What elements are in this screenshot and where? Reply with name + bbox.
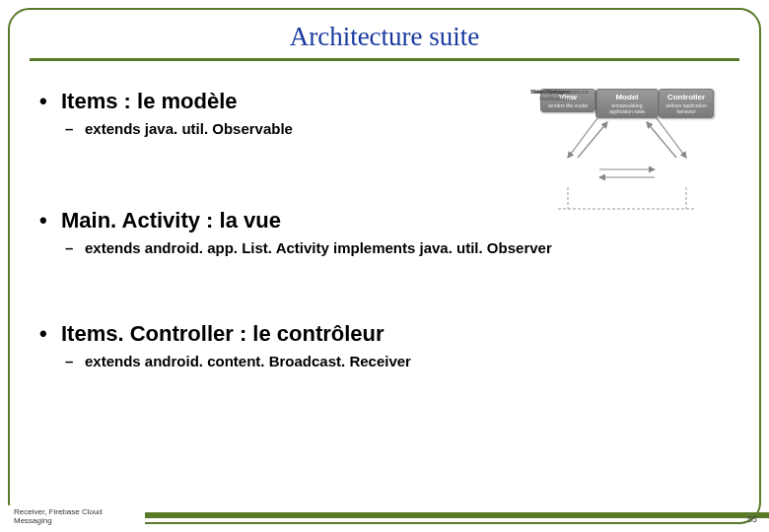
label-events: Events <box>528 89 597 96</box>
mvc-controller-desc: defines application behavior <box>664 102 709 114</box>
bullet-controller: Items. Controller : le contrôleur <box>61 321 732 347</box>
bullet-mainactivity-sub: extends android. app. List. Activity imp… <box>85 239 732 256</box>
page-number: 55 <box>747 514 757 524</box>
mvc-view-desc: renders the model <box>545 102 591 108</box>
mvc-model-box: Model encapsulating application state <box>595 89 659 118</box>
mvc-controller-title: Controller <box>664 93 709 101</box>
slide-title: Architecture suite <box>10 10 759 58</box>
svg-line-2 <box>578 122 607 158</box>
mvc-model-title: Model <box>600 93 654 101</box>
mvc-model-desc: encapsulating application state <box>600 102 654 114</box>
mvc-diagram: Model encapsulating application state Vi… <box>528 89 726 229</box>
footer-label: Receiver, Firebase Cloud Messaging <box>8 505 145 526</box>
mvc-controller-box: Controller defines application behavior <box>659 89 714 118</box>
footer-bar: Receiver, Firebase Cloud Messaging <box>8 506 769 524</box>
bullet-controller-sub: extends android. content. Broadcast. Rec… <box>85 353 732 369</box>
footer-line <box>145 512 769 518</box>
svg-line-3 <box>647 122 676 158</box>
slide-frame: Architecture suite Items : le modèle ext… <box>8 8 761 524</box>
